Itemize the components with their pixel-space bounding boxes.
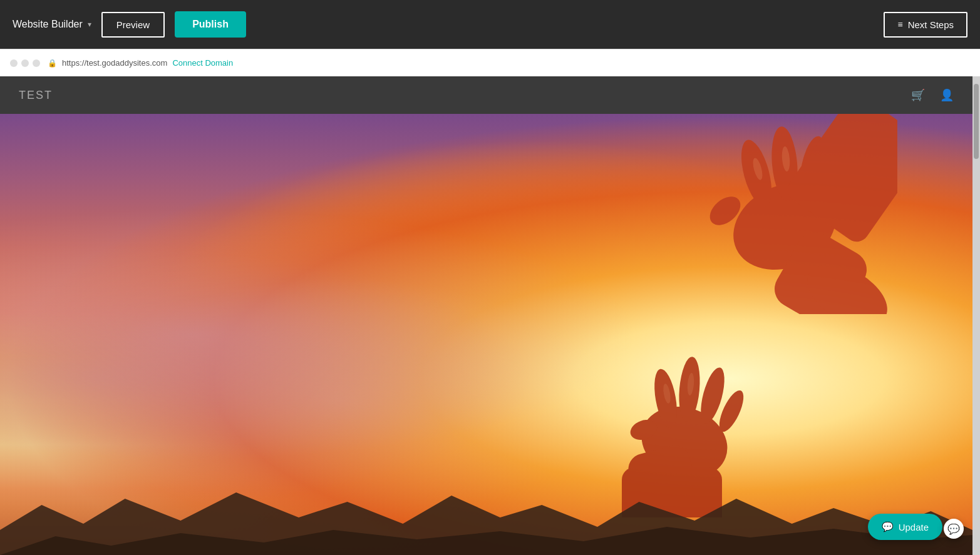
connect-domain-link[interactable]: Connect Domain (172, 58, 233, 68)
scrollbar[interactable] (972, 76, 980, 555)
brand-label: Website Builder (13, 19, 83, 30)
user-icon[interactable]: 👤 (940, 88, 954, 102)
dot-green (33, 59, 40, 67)
chat-bubble-icon: 💬 (947, 523, 960, 535)
publish-button[interactable]: Publish (175, 11, 246, 38)
next-steps-label: Next Steps (908, 19, 954, 30)
update-label: Update (899, 522, 929, 532)
update-button[interactable]: 💬 Update (868, 514, 942, 540)
preview-content: TEST 🛒 👤 (0, 76, 972, 555)
hero-image (0, 114, 972, 555)
next-steps-button[interactable]: ≡ Next Steps (884, 12, 967, 38)
toolbar-left: Website Builder ▾ Preview Publish (13, 11, 246, 38)
dot-yellow (21, 59, 29, 67)
toolbar: Website Builder ▾ Preview Publish ≡ Next… (0, 0, 980, 49)
site-title: TEST (19, 89, 53, 102)
preview-area: TEST 🛒 👤 (0, 76, 980, 555)
cart-icon[interactable]: 🛒 (911, 88, 925, 102)
preview-button[interactable]: Preview (101, 12, 165, 38)
brand-button[interactable]: Website Builder ▾ (13, 19, 91, 30)
browser-dots (10, 59, 40, 67)
brand-chevron-icon: ▾ (88, 20, 91, 29)
site-nav: TEST 🛒 👤 (0, 76, 972, 114)
chat-icon: 💬 (882, 521, 894, 532)
browser-url-bar: 🔒 https://test.godaddysites.com Connect … (48, 58, 970, 68)
site-nav-icons: 🛒 👤 (911, 88, 954, 102)
dot-red (10, 59, 18, 67)
scrollbar-thumb[interactable] (974, 84, 979, 159)
mountain-silhouettes (0, 480, 972, 555)
hand-top-silhouette (659, 114, 897, 314)
list-icon: ≡ (897, 19, 902, 29)
url-text: https://test.godaddysites.com (62, 58, 167, 68)
browser-chrome: 🔒 https://test.godaddysites.com Connect … (0, 49, 980, 76)
chat-bubble-button[interactable]: 💬 (944, 519, 964, 539)
toolbar-right: ≡ Next Steps (884, 12, 967, 38)
lock-icon: 🔒 (48, 59, 57, 68)
